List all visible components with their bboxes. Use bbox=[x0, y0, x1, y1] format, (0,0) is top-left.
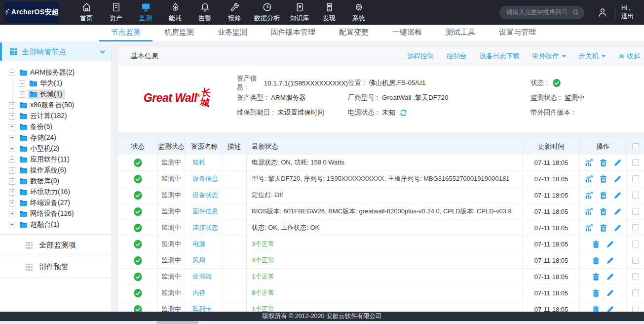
sidebar-section-all-monitor-items[interactable]: 全部监测项 bbox=[0, 235, 112, 256]
nav-item-system[interactable]: 系统 bbox=[344, 0, 374, 25]
row-checkbox[interactable] bbox=[632, 289, 639, 296]
tab-firmware-version-management[interactable]: 固件版本管理 bbox=[259, 25, 327, 41]
expand-toggle[interactable]: + bbox=[9, 157, 15, 163]
tab-one-key-inspection[interactable]: 一键巡检 bbox=[380, 25, 434, 41]
resource-link[interactable]: 固件信息 bbox=[192, 207, 218, 216]
expand-toggle[interactable]: + bbox=[9, 200, 15, 206]
horizontal-scrollbar[interactable] bbox=[0, 321, 644, 324]
logout-link[interactable]: 退出 bbox=[621, 12, 644, 21]
delete-icon[interactable] bbox=[592, 289, 600, 297]
tree-node[interactable]: +终端设备(27) bbox=[0, 198, 112, 208]
edit-icon[interactable] bbox=[606, 256, 614, 265]
tree-node[interactable]: +长城(1) bbox=[0, 89, 112, 100]
delete-icon[interactable] bbox=[599, 224, 607, 232]
tree-node[interactable]: +应用软件(11) bbox=[0, 154, 112, 165]
scrollbar-thumb[interactable] bbox=[156, 321, 198, 324]
nav-item-home[interactable]: 首页 bbox=[72, 0, 101, 25]
row-checkbox[interactable] bbox=[632, 257, 639, 264]
nav-item-assets[interactable]: 资产 bbox=[101, 0, 131, 25]
sidebar-section-component-warning[interactable]: 部件预警 bbox=[0, 256, 112, 278]
edit-icon[interactable] bbox=[613, 207, 622, 216]
row-checkbox[interactable] bbox=[632, 241, 639, 247]
app-logo[interactable]: ArcherOS安超 bbox=[4, 2, 59, 23]
row-checkbox[interactable] bbox=[632, 192, 639, 199]
collapse-toggle[interactable]: − bbox=[9, 70, 15, 76]
chart-trend-icon[interactable] bbox=[585, 159, 593, 167]
chart-trend-icon[interactable] bbox=[585, 224, 593, 232]
delete-icon[interactable] bbox=[599, 175, 607, 183]
expand-toggle[interactable]: + bbox=[19, 91, 25, 98]
user-icon[interactable] bbox=[597, 7, 608, 18]
expand-toggle[interactable]: + bbox=[9, 178, 15, 185]
edit-icon[interactable] bbox=[606, 289, 614, 297]
row-checkbox[interactable] bbox=[632, 273, 639, 280]
nav-item-discovery[interactable]: 发现 bbox=[314, 0, 344, 25]
delete-icon[interactable] bbox=[592, 240, 600, 248]
expand-toggle[interactable]: + bbox=[9, 167, 15, 174]
tab-business-monitoring[interactable]: 业务监测 bbox=[206, 25, 259, 41]
tree-node[interactable]: +华为(1) bbox=[0, 78, 112, 89]
search-input[interactable] bbox=[506, 9, 572, 16]
expand-toggle[interactable]: + bbox=[9, 211, 15, 217]
expand-toggle[interactable]: + bbox=[9, 189, 15, 196]
refresh-icon[interactable] bbox=[399, 109, 408, 117]
tab-room-monitoring[interactable]: 机房监测 bbox=[152, 25, 206, 41]
tree-node[interactable]: +x86服务器(50) bbox=[0, 100, 112, 111]
nav-item-repair[interactable]: 报修 bbox=[220, 0, 249, 25]
chart-trend-icon[interactable] bbox=[585, 191, 593, 200]
action-power-switch[interactable]: 开关机 bbox=[579, 52, 606, 61]
row-checkbox[interactable] bbox=[632, 175, 639, 182]
resource-link[interactable]: 连接状态 bbox=[192, 223, 218, 232]
tree-node[interactable]: +数据库(9) bbox=[0, 176, 112, 187]
tab-node-monitoring[interactable]: 节点监测 bbox=[99, 25, 152, 41]
expand-toggle[interactable]: + bbox=[9, 135, 15, 141]
chart-trend-icon[interactable] bbox=[585, 207, 593, 216]
row-checkbox[interactable] bbox=[632, 224, 639, 231]
delete-icon[interactable] bbox=[599, 191, 607, 200]
tree-node[interactable]: +操作系统(6) bbox=[0, 165, 112, 176]
delete-icon[interactable] bbox=[599, 207, 607, 216]
edit-icon[interactable] bbox=[613, 191, 622, 200]
expand-toggle[interactable]: + bbox=[19, 81, 25, 87]
edit-icon[interactable] bbox=[613, 224, 622, 232]
resource-link[interactable]: 设备信息 bbox=[192, 174, 218, 183]
tree-node[interactable]: +存储(24) bbox=[0, 132, 112, 143]
search-icon[interactable] bbox=[572, 9, 579, 16]
nav-item-monitoring[interactable]: 监测 bbox=[131, 0, 160, 25]
row-checkbox[interactable] bbox=[632, 208, 639, 215]
row-checkbox[interactable] bbox=[632, 159, 639, 166]
tab-config-change[interactable]: 配置变更 bbox=[327, 25, 380, 41]
expand-toggle[interactable]: + bbox=[9, 146, 15, 152]
expand-toggle[interactable]: + bbox=[9, 113, 15, 120]
tree-node[interactable]: +网络设备(126) bbox=[0, 208, 112, 219]
nav-item-data-analysis[interactable]: 数据分析 bbox=[249, 0, 285, 25]
chevron-down-icon[interactable] bbox=[100, 49, 106, 55]
resource-link[interactable]: 设备状态 bbox=[192, 191, 218, 200]
delete-icon[interactable] bbox=[599, 159, 607, 167]
action-console[interactable]: 控制台 bbox=[447, 52, 467, 61]
edit-icon[interactable] bbox=[606, 273, 614, 281]
resource-link[interactable]: 处理器 bbox=[192, 272, 212, 281]
tab-settings-management[interactable]: 设置与管理 bbox=[487, 25, 548, 41]
expand-toggle[interactable]: + bbox=[9, 102, 15, 109]
nav-item-alarms[interactable]: 告警 bbox=[190, 0, 220, 25]
tree-node[interactable]: +超融合(1) bbox=[0, 219, 112, 230]
tab-test-tools[interactable]: 测试工具 bbox=[434, 25, 487, 41]
collapse-link[interactable]: 收起 bbox=[618, 52, 640, 61]
select-all-checkbox[interactable] bbox=[632, 143, 639, 150]
tree-node[interactable]: +云计算(182) bbox=[0, 111, 112, 122]
resource-link[interactable]: 内存 bbox=[192, 288, 205, 297]
tree-node[interactable]: +小型机(2) bbox=[0, 143, 112, 154]
expand-toggle[interactable]: + bbox=[9, 222, 15, 228]
action-oob-operations[interactable]: 带外操作 bbox=[532, 52, 566, 61]
action-remote-control[interactable]: 远程控制 bbox=[407, 52, 434, 61]
edit-icon[interactable] bbox=[613, 159, 622, 167]
tree-node[interactable]: +备份(5) bbox=[0, 122, 112, 132]
delete-icon[interactable] bbox=[592, 273, 600, 281]
sidebar-header[interactable]: 全部纳管节点 bbox=[0, 42, 112, 61]
tree-node[interactable]: +环境动力(16) bbox=[0, 187, 112, 198]
chart-trend-icon[interactable] bbox=[585, 175, 593, 183]
resource-link[interactable]: 风扇 bbox=[192, 256, 205, 265]
edit-icon[interactable] bbox=[606, 240, 614, 248]
nav-item-energy[interactable]: 能耗 bbox=[160, 0, 190, 25]
